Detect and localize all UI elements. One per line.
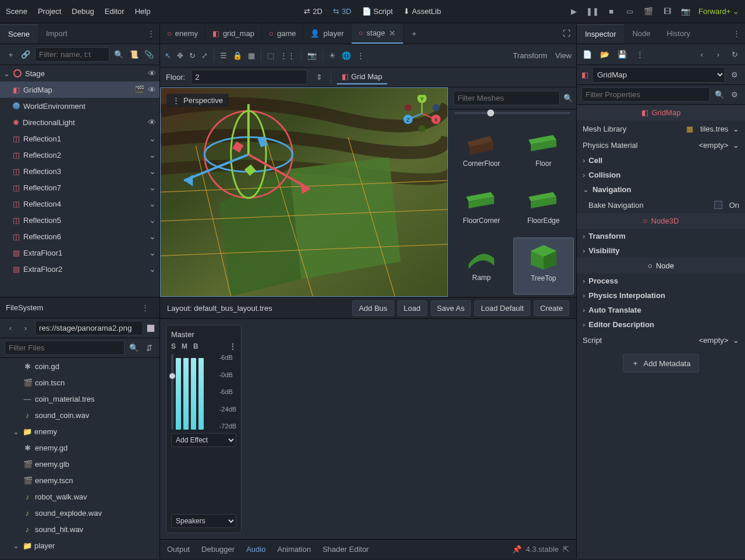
- view-menu[interactable]: View: [555, 51, 572, 60]
- prop-search-icon[interactable]: 🔍: [714, 89, 725, 101]
- env-tool-icon[interactable]: 🌐: [342, 51, 351, 60]
- add-node-icon[interactable]: ＋: [5, 49, 16, 61]
- prop-settings-icon[interactable]: ⚙: [729, 89, 740, 101]
- gridmap-menu[interactable]: ◧Grid Map: [337, 70, 386, 84]
- visibility-icon[interactable]: 👁: [148, 85, 156, 94]
- remote-icon[interactable]: ▭: [624, 6, 636, 17]
- camera-tool-icon[interactable]: 📷: [307, 51, 317, 60]
- play-custom-icon[interactable]: 🎞: [661, 6, 673, 17]
- chevron-icon[interactable]: ⌄: [149, 215, 156, 225]
- tab-inspector[interactable]: Inspector: [577, 24, 624, 43]
- file-coin-tscn[interactable]: 🎬coin.tscn: [0, 374, 159, 391]
- prop-bake-navigation[interactable]: Bake Navigation On: [577, 197, 745, 213]
- floor-spinner-icon[interactable]: ⇕: [313, 72, 325, 83]
- prop-mesh-library[interactable]: Mesh Library ▦ tiles.tres ⌄: [577, 120, 745, 137]
- group-tool-icon[interactable]: ▦: [248, 51, 255, 60]
- bus-options-icon[interactable]: ⋮: [229, 342, 236, 350]
- bus-mute[interactable]: M: [182, 342, 187, 350]
- sun-tool-icon[interactable]: ☀: [329, 51, 336, 60]
- bus-meter[interactable]: -6dB -0dB -6dB -24dB -72dB: [171, 354, 236, 430]
- chevron-icon[interactable]: ⌄: [149, 232, 156, 241]
- switch-3d[interactable]: ⇆3D: [333, 7, 352, 16]
- inspected-node-dropdown[interactable]: GridMap: [592, 67, 725, 83]
- tree-node-reflection3[interactable]: ◫Reflection3⌄: [0, 163, 159, 179]
- move-tool-icon[interactable]: ✥: [177, 51, 183, 60]
- mesh-ramp[interactable]: Ramp: [451, 238, 512, 295]
- file-robot_walk-wav[interactable]: ♪robot_walk.wav: [0, 488, 159, 505]
- audio-btn-load-default[interactable]: Load Default: [474, 300, 530, 316]
- list-tool-icon[interactable]: ☰: [220, 51, 227, 60]
- tree-node-reflection7[interactable]: ◫Reflection7⌄: [0, 179, 159, 196]
- switch-assetlib[interactable]: ⬇AssetLib: [403, 7, 441, 16]
- file-coin_material-tres[interactable]: —coin_material.tres: [0, 391, 159, 407]
- script-icon[interactable]: 📜: [128, 49, 140, 61]
- movie-icon[interactable]: 📷: [680, 6, 691, 17]
- btab-debugger[interactable]: Debugger: [201, 545, 235, 554]
- file-enemy[interactable]: ⌄📁enemy: [0, 423, 159, 440]
- class-header-node[interactable]: ○Node: [577, 258, 745, 274]
- mesh-floor[interactable]: Floor: [513, 123, 574, 179]
- attach-icon[interactable]: 📎: [143, 49, 155, 61]
- section-auto-translate[interactable]: Auto Translate: [577, 303, 745, 317]
- scale-tool-icon[interactable]: ⤢: [201, 51, 208, 60]
- scene-tab-stage[interactable]: ○ stage ✕: [352, 23, 403, 44]
- tree-node-stage[interactable]: ⌄Stage👁: [0, 65, 159, 81]
- fs-dock-options-icon[interactable]: ⋮: [137, 303, 154, 312]
- insp-save-icon[interactable]: 💾: [616, 49, 628, 61]
- pause-icon[interactable]: ❚❚: [587, 6, 598, 17]
- section-editor-desc[interactable]: Editor Description: [577, 317, 745, 332]
- mesh-flooredge[interactable]: FloorEdge: [513, 180, 574, 236]
- file-enemy-glb[interactable]: 🎬enemy.glb: [0, 456, 159, 472]
- mesh-treetop[interactable]: TreeTop: [513, 238, 574, 295]
- chevron-icon[interactable]: ⌄: [149, 264, 156, 274]
- file-search-icon[interactable]: 🔍: [128, 342, 140, 354]
- tree-node-reflection5[interactable]: ◫Reflection5⌄: [0, 212, 159, 228]
- btab-output[interactable]: Output: [167, 545, 190, 554]
- class-header-gridmap[interactable]: ◧GridMap: [577, 105, 745, 120]
- filesystem-tree[interactable]: ✱coin.gd🎬coin.tscn—coin_material.tres♪so…: [0, 358, 159, 559]
- new-tab-button[interactable]: ＋: [403, 29, 425, 39]
- tab-history[interactable]: History: [659, 24, 698, 42]
- menu-help[interactable]: Help: [135, 7, 151, 16]
- rotate-tool-icon[interactable]: ↻: [189, 51, 196, 60]
- menu-scene[interactable]: Scene: [6, 7, 27, 16]
- select-tool-icon[interactable]: ↖: [165, 51, 171, 60]
- file-sound_explode-wav[interactable]: ♪sound_explode.wav: [0, 505, 159, 521]
- file-sound_coin-wav[interactable]: ♪sound_coin.wav: [0, 407, 159, 423]
- switch-2d[interactable]: ⇄2D: [304, 7, 322, 16]
- section-visibility[interactable]: Visibility: [577, 243, 745, 258]
- insp-fwd-icon[interactable]: ›: [712, 49, 724, 61]
- bus-output-dropdown[interactable]: Speakers: [171, 514, 236, 528]
- play-scene-icon[interactable]: 🎬: [643, 6, 654, 17]
- audio-btn-create[interactable]: Create: [534, 300, 569, 316]
- close-tab-icon[interactable]: ✕: [389, 29, 396, 38]
- file-enemy-gd[interactable]: ✱enemy.gd: [0, 440, 159, 456]
- insp-history-icon[interactable]: ↻: [729, 49, 740, 61]
- bus-solo[interactable]: S: [171, 342, 176, 350]
- instance-icon[interactable]: 🔗: [20, 49, 31, 61]
- class-header-node3d[interactable]: ○Node3D: [577, 213, 745, 229]
- insp-load-icon[interactable]: 📂: [599, 49, 611, 61]
- expand-bottom-icon[interactable]: ⇱: [563, 545, 569, 554]
- mesh-cornerfloor[interactable]: CornerFloor: [451, 123, 512, 179]
- tree-node-gridmap[interactable]: ◧GridMap🎬👁: [0, 81, 159, 98]
- scene-tab-game[interactable]: ○ game: [262, 23, 303, 44]
- bus-bypass[interactable]: B: [193, 342, 198, 350]
- tree-node-directionallight[interactable]: ✺DirectionalLight👁: [0, 114, 159, 130]
- chevron-icon[interactable]: ⌄: [149, 166, 156, 176]
- prop-physics-material[interactable]: Physics Material <empty> ⌄: [577, 137, 745, 153]
- open-scene-icon[interactable]: 🎬: [134, 85, 144, 94]
- menu-editor[interactable]: Editor: [105, 7, 125, 16]
- menu-project[interactable]: Project: [38, 7, 61, 16]
- section-collision[interactable]: Collision: [577, 168, 745, 182]
- btab-shader[interactable]: Shader Editor: [322, 545, 369, 554]
- render-mode-dropdown[interactable]: Forward+ ⌄: [698, 7, 739, 16]
- mesh-zoom-slider[interactable]: [449, 109, 576, 121]
- chevron-icon[interactable]: ⌄: [149, 248, 156, 257]
- tree-node-worldenvironment[interactable]: WorldEnvironment: [0, 98, 159, 114]
- insp-dock-options-icon[interactable]: ⋮: [728, 29, 745, 38]
- section-transform[interactable]: Transform: [577, 229, 745, 243]
- lock-tool-icon[interactable]: 🔒: [233, 51, 242, 60]
- scene-tab-grid_map[interactable]: ◧ grid_map: [205, 23, 262, 44]
- mesh-floorcorner[interactable]: FloorCorner: [451, 180, 512, 236]
